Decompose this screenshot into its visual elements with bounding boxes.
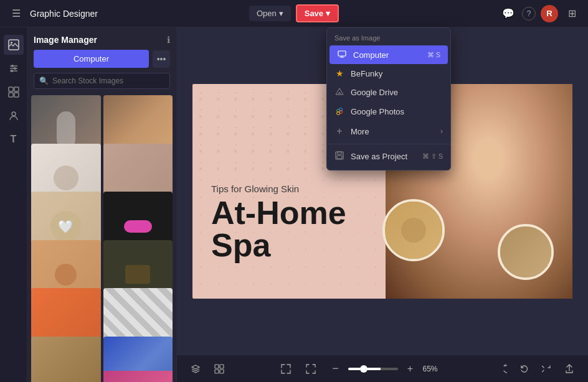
svg-point-7 [11,70,13,72]
share-button[interactable] [561,360,578,378]
image-manager-panel: Image Manager ℹ Computer ••• 🔍 [27,27,177,382]
zoom-out-button[interactable]: − [327,360,344,378]
topbar-center: Open ▾ Save ▾ [249,4,339,22]
people-icon [8,110,19,121]
computer-label: Computer [353,50,421,60]
saveasproject-icon [334,151,344,162]
save-arrow-icon: ▾ [326,9,330,18]
monitor-icon [338,50,346,58]
svg-rect-23 [338,152,341,154]
redo-icon [542,364,552,374]
dropdown-item-googlephotos[interactable]: Google Photos [327,102,450,121]
svg-point-3 [11,65,14,67]
grid-icon [214,364,224,374]
save-button[interactable]: Save ▾ [296,4,339,22]
svg-rect-24 [337,156,342,159]
dropdown-item-googledrive[interactable]: Google Drive [327,83,450,102]
save-label: Save [305,9,323,18]
expand-button[interactable]: ⊞ [563,5,581,22]
info-icon[interactable]: ℹ [167,35,170,45]
more-label: More [351,127,434,136]
canvas-circle-bottom-right [498,224,554,280]
dropdown-divider [327,144,450,144]
floppy-icon [335,151,344,160]
topbar-right: 💬 ? R ⊞ [339,5,581,22]
more-plus-icon: + [334,126,344,137]
sidebar-item-text[interactable]: T [4,129,24,149]
list-item[interactable] [103,337,173,383]
zoom-percentage: 65% [423,365,445,373]
icon-sidebar: T [0,27,27,382]
search-bar[interactable]: 🔍 [34,73,170,89]
more-dots-icon: ••• [157,54,166,64]
help-button[interactable]: ? [522,7,536,21]
svg-rect-17 [338,51,346,56]
svg-point-12 [12,112,16,116]
panel-actions-row: Computer ••• [27,50,176,73]
save-dropdown-menu: Save as Image Computer ⌘ S ★ BeFunky Goo… [326,27,451,170]
saveasproject-shortcut: ⌘ ⇧ S [422,152,443,161]
svg-rect-13 [215,365,219,368]
dropdown-item-more[interactable]: + More › [327,121,450,141]
bottom-toolbar-right [493,360,578,378]
image-icon [8,39,19,50]
topbar-left: ☰ Graphic Designer [7,5,249,22]
refresh-button[interactable] [493,360,511,378]
svg-rect-11 [14,93,19,97]
image-grid: 🤍 [27,95,176,382]
main-area: T Image Manager ℹ Computer ••• 🔍 [0,27,588,382]
undo-button[interactable] [516,360,533,378]
svg-rect-10 [9,93,13,97]
search-input[interactable] [52,77,164,85]
sidebar-item-layout[interactable] [4,82,24,102]
computer-icon [337,50,347,60]
fit-to-screen-button[interactable] [277,360,295,378]
zoom-slider[interactable] [348,368,398,370]
dropdown-item-saveasproject[interactable]: Save as Project ⌘ ⇧ S [327,147,450,166]
expand-button[interactable] [302,360,320,378]
canvas-circle-bottom-left [382,199,445,261]
googlephotos-icon [334,106,344,117]
layers-icon [191,364,201,374]
share-icon [564,364,574,374]
googledrive-icon [334,87,344,98]
open-label: Open [257,9,277,18]
search-icon: 🔍 [39,77,49,85]
svg-rect-9 [14,87,19,91]
dropdown-item-computer[interactable]: Computer ⌘ S [330,45,448,64]
refresh-icon [497,364,507,374]
avatar-button[interactable]: R [541,5,558,22]
more-options-button[interactable]: ••• [153,50,170,68]
befunky-label: BeFunky [351,69,443,78]
panel-header: Image Manager ℹ [27,27,176,50]
layers-button[interactable] [187,360,204,378]
svg-rect-8 [9,87,13,91]
dropdown-section-label: Save as Image [327,32,450,45]
menu-button[interactable]: ☰ [7,5,25,22]
grid-button[interactable] [211,360,228,378]
list-item[interactable] [31,337,101,383]
canvas-subtitle: Tips for Glowing Skin [211,184,346,194]
fit-icon [281,364,291,374]
svg-rect-15 [215,370,219,373]
svg-point-1 [11,42,12,44]
avatar-label: R [546,9,552,18]
photos-icon [335,106,344,115]
dropdown-item-befunky[interactable]: ★ BeFunky [327,64,450,83]
sidebar-item-images[interactable] [4,35,24,55]
redo-button[interactable] [538,360,556,378]
sidebar-item-people[interactable] [4,106,24,126]
bottom-toolbar: − + 65% [177,355,588,382]
chat-button[interactable]: 💬 [500,5,517,22]
googlephotos-label: Google Photos [351,107,443,116]
text-icon: T [11,134,17,145]
zoom-in-button[interactable]: + [402,360,419,378]
panel-title: Image Manager [34,35,97,45]
computer-button[interactable]: Computer [34,50,149,68]
open-button[interactable]: Open ▾ [249,6,291,21]
googledrive-label: Google Drive [351,88,443,97]
svg-point-5 [14,67,16,70]
bottom-toolbar-left [187,360,228,378]
sidebar-item-adjustments[interactable] [4,58,24,78]
canvas-title-line1: At-Home [211,197,346,229]
